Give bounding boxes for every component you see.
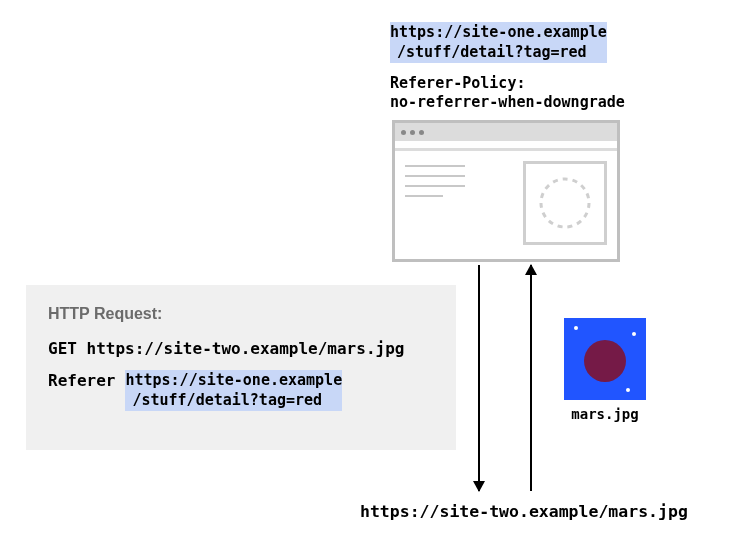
referer-url-line1: https://site-one.example bbox=[125, 370, 342, 390]
image-placeholder-icon bbox=[523, 161, 607, 245]
mars-image-icon bbox=[564, 318, 646, 400]
http-get-line: GET https://site-two.example/mars.jpg bbox=[48, 339, 434, 358]
image-resource-url: https://site-two.example/mars.jpg bbox=[360, 502, 688, 521]
text-lines-icon bbox=[405, 161, 511, 245]
browser-addressbar-icon bbox=[395, 141, 617, 151]
page-url-line1: https://site-one.example bbox=[390, 22, 607, 42]
referer-label: Referer bbox=[48, 370, 115, 390]
http-request-title: HTTP Request: bbox=[48, 305, 434, 323]
referer-url-block: https://site-one.example /stuff/detail?t… bbox=[125, 370, 342, 411]
referrer-policy-text: Referer-Policy: no-referrer-when-downgra… bbox=[390, 74, 625, 112]
svg-point-0 bbox=[541, 179, 589, 227]
policy-label: Referer-Policy: bbox=[390, 74, 625, 93]
mars-image-thumbnail: mars.jpg bbox=[564, 318, 646, 422]
browser-titlebar-icon bbox=[395, 123, 617, 141]
browser-window-mock bbox=[392, 120, 620, 262]
response-arrow-icon bbox=[530, 265, 532, 491]
policy-value: no-referrer-when-downgrade bbox=[390, 93, 625, 112]
http-request-panel: HTTP Request: GET https://site-two.examp… bbox=[26, 285, 456, 450]
referer-url-line2: /stuff/detail?tag=red bbox=[125, 390, 342, 410]
request-arrow-icon bbox=[478, 265, 480, 491]
page-url-block: https://site-one.example /stuff/detail?t… bbox=[390, 22, 607, 63]
mars-caption: mars.jpg bbox=[564, 406, 646, 422]
page-url-line2: /stuff/detail?tag=red bbox=[390, 42, 607, 62]
